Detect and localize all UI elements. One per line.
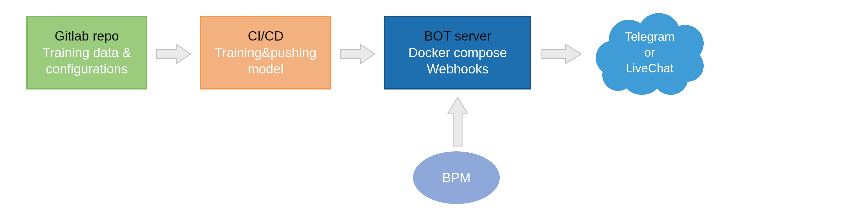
node-subtitle: Training data &	[42, 45, 131, 61]
node-title: Gitlab repo	[55, 28, 119, 45]
svg-marker-1	[341, 44, 375, 64]
cloud-line: or	[644, 45, 655, 60]
node-subtitle: Training&pushing	[215, 45, 316, 61]
node-endpoint-cloud: Telegram or LiveChat	[594, 10, 705, 95]
node-title: CI/CD	[248, 28, 283, 45]
svg-marker-2	[542, 44, 581, 64]
cloud-line: LiveChat	[626, 60, 674, 76]
svg-marker-0	[156, 44, 191, 64]
svg-marker-3	[448, 98, 467, 146]
arrow-bpm-to-bot	[446, 96, 469, 147]
node-subtitle: Webhooks	[427, 61, 489, 77]
node-title: BOT server	[424, 28, 491, 45]
arrow-gitlab-to-cicd	[155, 42, 192, 66]
arrow-bot-to-endpoint	[540, 42, 583, 66]
node-subtitle: configurations	[46, 61, 128, 77]
arrow-cicd-to-bot	[339, 42, 376, 66]
node-subtitle: model	[248, 61, 283, 77]
node-cicd: CI/CD Training&pushing model	[200, 16, 332, 89]
node-label: BPM	[442, 170, 471, 185]
cloud-line: Telegram	[625, 29, 674, 45]
node-gitlab-repo: Gitlab repo Training data & configuratio…	[26, 16, 147, 89]
node-subtitle: Docker compose	[408, 45, 507, 61]
node-bpm: BPM	[413, 152, 500, 204]
diagram-canvas: Gitlab repo Training data & configuratio…	[0, 0, 868, 219]
node-bot-server: BOT server Docker compose Webhooks	[384, 16, 531, 89]
